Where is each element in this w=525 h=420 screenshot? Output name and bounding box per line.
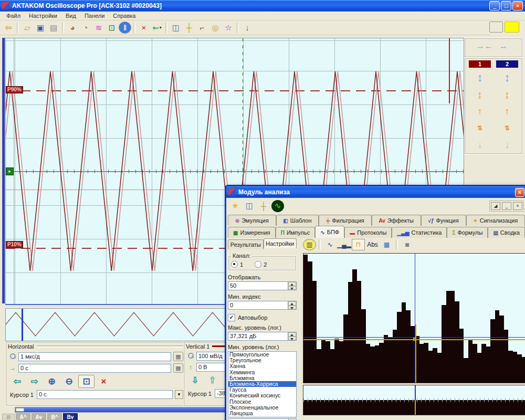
ch1-collapse-vertical-button[interactable]: ↨ xyxy=(471,88,489,101)
scale-aux-button[interactable]: ▦ xyxy=(173,352,183,361)
ch2-fine-shift-button[interactable]: ⇅ xyxy=(498,121,516,135)
scrollbar-thumb[interactable] xyxy=(16,408,24,412)
channel-2-radio[interactable]: 2 xyxy=(255,261,267,268)
ch2-shift-up-button[interactable]: ↑ xyxy=(498,104,516,118)
time-scale-field[interactable]: 1 мкс/д xyxy=(18,352,171,361)
window-function-list[interactable]: ПрямоугольноеТреугольноеХаннаХеммингаБлэ… xyxy=(228,351,297,417)
abs-button[interactable]: Abs xyxy=(366,239,379,250)
spin-down-button[interactable] xyxy=(288,306,296,310)
measure-cross-button[interactable]: ┼ xyxy=(183,22,195,34)
menu-item-Справка[interactable]: Справка xyxy=(109,12,140,19)
table-button[interactable]: ▦ xyxy=(380,239,393,250)
indicator-blank-button[interactable] xyxy=(489,22,503,33)
tab-Протоколы[interactable]: ▬Протоколы xyxy=(344,227,392,238)
info-panel-button[interactable]: ◫ xyxy=(243,200,256,212)
lock-button[interactable]: ⊓ xyxy=(352,239,365,250)
min-index-field[interactable]: 0 xyxy=(228,301,288,310)
waves-button[interactable]: ≋ xyxy=(92,22,105,34)
minimize-button[interactable]: _ xyxy=(502,202,511,210)
insert-button[interactable]: ⇐▾ xyxy=(151,22,163,34)
menu-item-Вид[interactable]: Вид xyxy=(61,12,80,19)
info-panel-button[interactable]: ◫ xyxy=(170,22,182,34)
tab-Функция[interactable]: √ƒФункция xyxy=(421,215,466,226)
fft-overview-strip[interactable] xyxy=(303,385,525,415)
zoom-window-button[interactable]: ⊡ xyxy=(78,375,94,388)
shift-down-button[interactable]: ⇩ xyxy=(187,374,203,387)
device-2-button[interactable]: ◔ xyxy=(79,22,92,34)
close-panel-button[interactable]: × xyxy=(513,202,522,210)
dialog-close-button[interactable]: × xyxy=(515,188,524,197)
ch1-shift-down-button[interactable]: ↓ xyxy=(471,138,489,152)
spin-up-button[interactable] xyxy=(288,282,296,286)
screen-zoom-button[interactable]: ⊡ xyxy=(106,22,118,34)
shift-up-button[interactable]: ⇧ xyxy=(204,374,220,387)
status-indicator-yellow[interactable] xyxy=(505,22,519,33)
minimize-button[interactable]: _ xyxy=(489,1,500,10)
zoom-reset-button[interactable]: × xyxy=(96,375,112,388)
overview-cursor[interactable] xyxy=(22,309,23,341)
delete-button[interactable]: × xyxy=(138,22,150,34)
scope-screen-button[interactable]: ∿ xyxy=(271,200,284,212)
menu-item-Панели[interactable]: Панели xyxy=(80,12,109,19)
tab-Эффекты[interactable]: AvЭффекты xyxy=(372,215,421,226)
bars-mode-button[interactable]: ▁▄▂ xyxy=(338,239,351,250)
scroll-left-button[interactable]: ⇦ xyxy=(9,375,25,388)
zoom-out-button[interactable]: ⊖ xyxy=(61,375,77,388)
tab-БПФ[interactable]: ∿БПФ xyxy=(315,226,344,238)
maximize-button[interactable]: □ xyxy=(501,1,511,10)
ch2-expand-vertical-button[interactable]: ↕ xyxy=(498,71,516,85)
tools-button[interactable]: ⌐ xyxy=(196,22,208,34)
open-button[interactable]: ▱ xyxy=(21,22,34,34)
status-tab-А^[interactable]: А^ xyxy=(16,413,30,420)
exit-button[interactable]: ⇦ xyxy=(2,22,15,34)
collapse-horizontal-button[interactable]: →← xyxy=(476,40,491,52)
status-tool-button[interactable]: ▧ xyxy=(2,414,15,420)
channel-zero-marker[interactable]: ▸ xyxy=(6,167,14,175)
display-count-field[interactable]: 50 xyxy=(228,281,288,290)
list-item[interactable]: Плоское xyxy=(228,399,296,405)
tab-Измерения[interactable]: ▦Измерения xyxy=(228,227,276,238)
tab-Формулы[interactable]: ΣФормулы xyxy=(447,227,488,238)
camera-button[interactable]: ◙ xyxy=(401,239,414,250)
strip-blue-cursor[interactable] xyxy=(415,385,416,400)
cursor1-dropdown-button[interactable]: ▼ xyxy=(175,390,183,399)
ch1-fine-shift-button[interactable]: ⇅ xyxy=(471,121,489,135)
export-button[interactable]: ◢ xyxy=(491,202,500,210)
cursor1-time-field[interactable]: 0 с xyxy=(37,390,173,399)
favorite-button[interactable]: ★ xyxy=(229,200,242,212)
time-cursor-line[interactable] xyxy=(449,38,450,103)
strip-yellow-cursor[interactable] xyxy=(415,400,416,415)
measure-cross-button[interactable]: ┼ xyxy=(257,200,270,212)
device-1-button[interactable]: ◕ xyxy=(66,22,79,34)
tab-Сигнализация[interactable]: ✦Сигнализация xyxy=(466,215,525,226)
spin-down-button[interactable] xyxy=(288,337,296,341)
expand-horizontal-button[interactable]: ↔ xyxy=(496,40,511,52)
ch1-shift-up-button[interactable]: ↑ xyxy=(471,104,489,118)
ch2-shift-down-button[interactable]: ↓ xyxy=(498,138,516,152)
max-level-field[interactable]: 37,321 дБ xyxy=(228,332,288,341)
tab-Импульс[interactable]: ΠИмпульс xyxy=(276,227,316,238)
spin-up-button[interactable] xyxy=(288,332,296,337)
menu-item-Файл[interactable]: Файл xyxy=(2,12,25,19)
list-item[interactable]: Конический косинус xyxy=(228,393,296,398)
autoselect-checkbox[interactable]: ✓ xyxy=(228,314,235,321)
tab-Фильтрация[interactable]: ╪Фильтрация xyxy=(319,215,371,226)
magic-wand-button[interactable]: ☆ xyxy=(222,22,235,34)
tab-Шаблон[interactable]: ◧Шаблон xyxy=(276,215,319,226)
side-tab-Настройки[interactable]: Настройки xyxy=(264,238,297,248)
scroll-right-button[interactable]: ⇨ xyxy=(26,375,43,388)
menu-item-Настройки[interactable]: Настройки xyxy=(25,12,61,19)
status-tab-Вv[interactable]: Вv xyxy=(63,413,78,420)
status-tab-В^[interactable]: В^ xyxy=(47,413,62,420)
tab-Сводка[interactable]: ▤Сводка xyxy=(488,227,525,238)
close-button[interactable]: × xyxy=(512,1,523,10)
yellow-vertical-cursor[interactable] xyxy=(415,324,416,383)
list-item[interactable]: Ланцоша xyxy=(228,411,296,416)
tab-Статистика[interactable]: ▁▃▅Статистика xyxy=(392,227,447,238)
pause-button[interactable]: ‖ xyxy=(119,22,131,34)
ch2-collapse-vertical-button[interactable]: ↨ xyxy=(498,88,516,101)
tab-Эмуляция[interactable]: ⊛Эмуляция xyxy=(228,215,276,226)
info-button[interactable]: ↓ xyxy=(241,22,254,34)
status-tab-Аv[interactable]: Аv xyxy=(32,413,46,420)
spin-up-button[interactable] xyxy=(288,301,296,306)
